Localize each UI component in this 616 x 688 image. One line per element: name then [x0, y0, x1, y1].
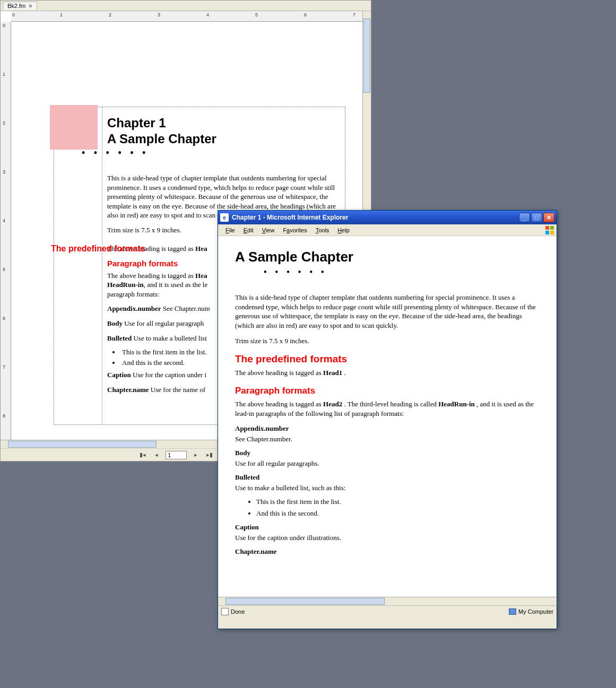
- document-tabbar: Bk2.fm ×: [1, 1, 371, 11]
- scrollbar-thumb[interactable]: [363, 19, 370, 93]
- intro-paragraph: This is a side-head type of chapter temp…: [235, 293, 542, 330]
- ie-page-title: A Sample Chapter: [235, 249, 542, 265]
- scrollbar-thumb[interactable]: [8, 441, 157, 448]
- head2-body: The above heading is tagged as Head2 . T…: [235, 399, 542, 418]
- def-bulleted: Bulleted: [235, 473, 542, 482]
- zone-label: My Computer: [518, 608, 553, 615]
- ruler-tick: 7: [353, 12, 355, 18]
- menu-edit[interactable]: Edit: [239, 226, 258, 234]
- svg-rect-1: [550, 226, 554, 230]
- vertical-ruler[interactable]: 0 1 2 3 4 5 6 7 8: [1, 22, 11, 440]
- svg-rect-3: [550, 231, 554, 234]
- ruler-tick: 6: [304, 12, 307, 18]
- head1-body: The above heading is tagged as Head1 .: [235, 368, 542, 378]
- ie-icon: e: [220, 213, 229, 222]
- bulleted-list: This is the first item in the list. And …: [256, 498, 542, 518]
- ie-window: e Chapter 1 - Microsoft Internet Explore…: [218, 210, 557, 629]
- ruler-tick: 0: [12, 12, 15, 18]
- page-number-input[interactable]: [166, 451, 187, 459]
- ruler-tick: 7: [3, 364, 5, 370]
- maximize-button[interactable]: □: [531, 213, 542, 222]
- ie-statusbar: Done My Computer: [218, 605, 557, 617]
- status-text: Done: [231, 608, 245, 615]
- ruler-tick: 3: [158, 12, 160, 18]
- ruler-tick: 5: [3, 267, 5, 272]
- ie-titlebar[interactable]: e Chapter 1 - Microsoft Internet Explore…: [218, 211, 557, 224]
- ruler-tick: 5: [255, 12, 258, 18]
- minimize-button[interactable]: _: [519, 213, 530, 222]
- document-tab[interactable]: Bk2.fm ×: [3, 2, 37, 10]
- svg-rect-2: [545, 231, 549, 234]
- decorative-dots: • • • • • •: [82, 147, 339, 159]
- menu-view[interactable]: View: [258, 226, 279, 234]
- def-body: Body: [235, 449, 542, 457]
- ruler-tick: 3: [3, 169, 5, 175]
- decorative-dots: • • • • • •: [264, 267, 542, 277]
- ruler-tick: 4: [206, 12, 209, 18]
- windows-flag-icon: [545, 225, 554, 235]
- def-appendix-body: See Chapter.number.: [235, 435, 542, 443]
- close-icon[interactable]: ×: [29, 3, 32, 9]
- def-caption-body: Use for the caption under illustrations.: [235, 534, 542, 542]
- ruler-tick: 6: [3, 316, 5, 321]
- trim-size-paragraph: Trim size is 7.5 x 9 inches.: [235, 336, 542, 346]
- def-appendix: Appendix.number: [235, 424, 542, 433]
- ruler-tick: 8: [3, 413, 5, 419]
- prev-page-button[interactable]: ◂: [152, 451, 161, 459]
- list-item: This is the first item in the list.: [256, 498, 542, 506]
- menu-favorites[interactable]: Favorites: [279, 226, 311, 234]
- def-chaptername: Chapter.name: [235, 547, 542, 556]
- ruler-tick: 0: [3, 23, 5, 28]
- horizontal-ruler[interactable]: 0 1 2 3 4 5 6 7: [11, 11, 362, 22]
- head2: Paragraph formats: [235, 386, 542, 396]
- chapter-number: Chapter 1: [107, 116, 339, 130]
- ruler-tick: 1: [3, 72, 5, 77]
- selection-highlight: [50, 105, 98, 150]
- def-bulleted-body: Use to make a bulleted list, such as thi…: [235, 484, 542, 492]
- list-item: And this is the second.: [256, 509, 542, 518]
- last-page-button[interactable]: ▸▮: [205, 451, 214, 459]
- def-body-body: Use for all regular paragraphs.: [235, 459, 542, 468]
- menu-file[interactable]: File: [221, 226, 239, 234]
- ruler-tick: 1: [60, 12, 63, 18]
- svg-rect-0: [545, 226, 549, 230]
- menu-tools[interactable]: Tools: [311, 226, 334, 234]
- window-title: Chapter 1 - Microsoft Internet Explorer: [232, 214, 348, 221]
- ruler-tick: 2: [109, 12, 111, 18]
- head1-sidehead: The predefined formats: [51, 244, 145, 254]
- ie-content-area[interactable]: A Sample Chapter • • • • • • This is a s…: [218, 236, 557, 597]
- document-icon: [221, 608, 229, 615]
- next-page-button[interactable]: ▸: [191, 451, 201, 459]
- ie-menubar: File Edit View Favorites Tools Help: [218, 224, 557, 236]
- menu-help[interactable]: Help: [333, 226, 354, 234]
- ruler-tick: 2: [3, 120, 5, 126]
- document-tab-label: Bk2.fm: [7, 3, 25, 9]
- close-button[interactable]: ✕: [543, 213, 554, 222]
- chapter-title: A Sample Chapter: [107, 132, 339, 146]
- ruler-tick: 4: [3, 218, 5, 223]
- my-computer-icon: [509, 608, 516, 615]
- first-page-button[interactable]: ▮◂: [138, 451, 148, 459]
- scrollbar-thumb[interactable]: [225, 598, 385, 605]
- head1: The predefined formats: [235, 353, 542, 365]
- def-caption: Caption: [235, 523, 542, 532]
- ie-horizontal-scrollbar[interactable]: [218, 597, 557, 605]
